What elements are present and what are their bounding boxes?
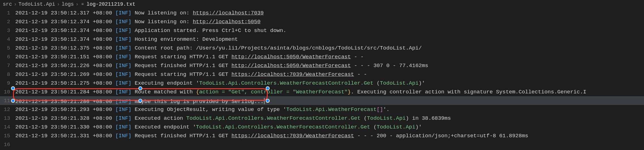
editor-line[interactable]: 12021-12-19 23:50:12.317 +08:00 [INF] No… [0, 8, 644, 17]
line-number: 1 [0, 10, 15, 16]
line-number: 6 [0, 54, 15, 60]
line-content: 2021-12-19 23:50:21.286 +08:00 [INF] may… [15, 97, 265, 105]
line-content: 2021-12-19 23:50:21.328 +08:00 [INF] Exe… [15, 115, 451, 121]
line-number: 15 [0, 133, 15, 139]
line-content: 2021-12-19 23:50:12.375 +08:00 [INF] Con… [15, 45, 422, 51]
line-content: 2021-12-19 23:50:12.317 +08:00 [INF] Now… [15, 10, 264, 16]
chevron-right-icon: › [57, 1, 60, 7]
line-number: 16 [0, 142, 15, 148]
line-content: 2021-12-19 23:50:12.374 +08:00 [INF] Now… [15, 19, 261, 25]
line-content: 2021-12-19 23:50:12.374 +08:00 [INF] App… [15, 27, 286, 34]
line-number: 13 [0, 115, 15, 121]
log-url[interactable]: http://localhost:5050/WeatherForecast [231, 54, 351, 60]
line-content: 2021-12-19 23:50:21.293 +08:00 [INF] Exe… [15, 106, 390, 113]
line-number: 4 [0, 36, 15, 42]
log-url[interactable]: https://localhost:7039 [193, 10, 264, 16]
breadcrumb-item[interactable]: TodoList.Api [18, 1, 55, 7]
breadcrumb-item[interactable]: src [3, 1, 12, 7]
line-content: 2021-12-19 23:50:21.151 +08:00 [INF] Req… [15, 54, 364, 60]
text-cursor [264, 98, 265, 104]
line-number: 12 [0, 106, 15, 113]
editor-line[interactable]: 152021-12-19 23:50:21.331 +08:00 [INF] R… [0, 131, 644, 140]
editor-line[interactable]: 112021-12-19 23:50:21.286 +08:00 [INF] m… [0, 96, 644, 105]
line-number: 8 [0, 71, 15, 78]
breadcrumb-item-active[interactable]: log-20211219.txt [87, 1, 136, 7]
editor-line[interactable]: 82021-12-19 23:50:21.269 +08:00 [INF] Re… [0, 70, 644, 79]
editor-line[interactable]: 52021-12-19 23:50:12.375 +08:00 [INF] Co… [0, 44, 644, 52]
editor-line[interactable]: 92021-12-19 23:50:21.275 +08:00 [INF] Ex… [0, 79, 644, 87]
chevron-right-icon: › [76, 1, 79, 7]
line-number: 2 [0, 19, 15, 25]
editor-line[interactable]: 72021-12-19 23:50:21.226 +08:00 [INF] Re… [0, 61, 644, 70]
log-url[interactable]: https://localhost:7039/WeatherForecast [231, 71, 354, 78]
line-content: 2021-12-19 23:50:21.284 +08:00 [INF] Rou… [15, 89, 586, 95]
editor-line[interactable]: 62021-12-19 23:50:21.151 +08:00 [INF] Re… [0, 52, 644, 61]
file-text-icon: ≡ [80, 2, 85, 7]
editor-line[interactable]: 32021-12-19 23:50:12.374 +08:00 [INF] Ap… [0, 26, 644, 35]
line-content: 2021-12-19 23:50:21.331 +08:00 [INF] Req… [15, 133, 528, 139]
line-number: 7 [0, 63, 15, 69]
log-url[interactable]: http://localhost:5050/WeatherForecast [231, 63, 351, 69]
line-content: 2021-12-19 23:50:21.226 +08:00 [INF] Req… [15, 63, 428, 69]
editor-line[interactable]: 16 [0, 140, 644, 149]
chevron-right-icon: › [14, 1, 17, 7]
editor-line[interactable]: 132021-12-19 23:50:21.328 +08:00 [INF] E… [0, 114, 644, 123]
line-number: 9 [0, 80, 15, 86]
editor-line[interactable]: 102021-12-19 23:50:21.284 +08:00 [INF] R… [0, 87, 644, 96]
line-content: 2021-12-19 23:50:21.269 +08:00 [INF] Req… [15, 71, 367, 78]
editor-line[interactable]: 22021-12-19 23:50:12.374 +08:00 [INF] No… [0, 17, 644, 26]
line-number: 14 [0, 124, 15, 130]
log-url[interactable]: http://localhost:5050 [193, 19, 260, 25]
editor-line[interactable]: 122021-12-19 23:50:21.293 +08:00 [INF] E… [0, 105, 644, 114]
line-number: 10 [0, 89, 15, 95]
line-number: 3 [0, 27, 15, 34]
breadcrumb-item[interactable]: logs [62, 1, 74, 7]
editor-area[interactable]: 12021-12-19 23:50:12.317 +08:00 [INF] No… [0, 8, 644, 149]
editor-line[interactable]: 42021-12-19 23:50:12.374 +08:00 [INF] Ho… [0, 35, 644, 44]
line-content: 2021-12-19 23:50:21.275 +08:00 [INF] Exe… [15, 80, 425, 86]
line-content: 2021-12-19 23:50:21.330 +08:00 [INF] Exe… [15, 124, 422, 130]
line-number: 5 [0, 45, 15, 51]
breadcrumb: src › TodoList.Api › logs › ≡ log-202112… [0, 0, 644, 8]
log-url[interactable]: https://localhost:7039/WeatherForecast [231, 133, 354, 139]
editor-line[interactable]: 142021-12-19 23:50:21.330 +08:00 [INF] E… [0, 123, 644, 131]
line-number: 11 [0, 98, 15, 104]
line-content: 2021-12-19 23:50:12.374 +08:00 [INF] Hos… [15, 36, 238, 42]
